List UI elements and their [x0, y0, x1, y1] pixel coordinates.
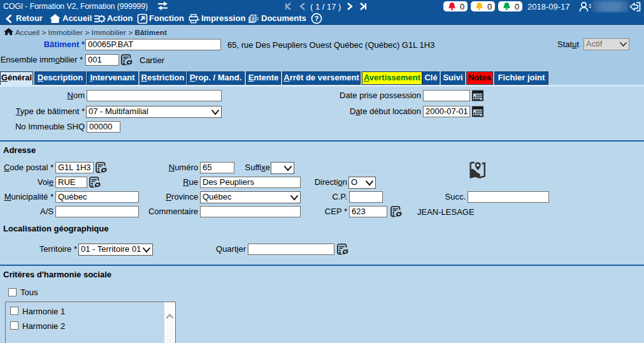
- svg-text:?: ?: [314, 15, 318, 22]
